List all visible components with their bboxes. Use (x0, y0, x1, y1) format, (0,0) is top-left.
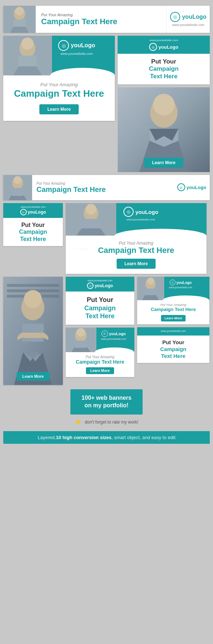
footer-text-part1: Layered, (38, 435, 56, 440)
photo-learn-more-btn[interactable]: Learn More (144, 158, 183, 168)
rect-logo-circle: ◎ (58, 40, 69, 51)
tall-photo-learn-btn[interactable]: Learn More (17, 372, 49, 381)
leaderboard-headline-main: Campaign Text Here (41, 17, 161, 26)
rect-learn-more-btn[interactable]: Learn More (39, 104, 79, 114)
rect2-small: Put Your Amazing (71, 241, 201, 246)
svg-rect-22 (7, 284, 59, 287)
sr-logo: ◎ youLogo www.yourwebsite.com (101, 330, 126, 340)
sr-curve (95, 347, 134, 352)
banner-rect-photo (3, 36, 52, 75)
logo-website: www.yourwebsite.com (172, 23, 204, 27)
sq-logo-url: www.yourwebsite.com (169, 286, 192, 289)
rect2-curve (114, 229, 207, 236)
rect2-photo (66, 203, 116, 236)
logo-name: youLogo (182, 14, 207, 20)
rect-headline-small: Put Your Amazing (9, 82, 109, 87)
banner-rectangle-large: ◎ youLogo www.yourwebsite.com Put Your A… (3, 36, 115, 121)
svg-point-6 (21, 38, 34, 50)
sq-logo: ◎ youLogo www.yourwebsite.com (169, 280, 192, 289)
footer-text-part2: , smart object, and easy to edit (112, 435, 175, 440)
sv2-logo-name: youLogo (28, 210, 46, 215)
lead2-small: Put Your Amazing (36, 181, 169, 185)
small-vert-text: Put Your Campaign Text Here (118, 54, 210, 84)
banner-small-vert-3: www.yourwebsite.com ◎ youLogo Put Your C… (66, 277, 134, 325)
banner-large-photo: Learn More envato (118, 87, 210, 172)
banner-rect-top: ◎ youLogo www.yourwebsite.com (3, 36, 115, 75)
banner-lead2-text: Put Your Amazing Campaign Text Here (32, 175, 174, 200)
rect2-main: Campaign Text Here (71, 246, 201, 255)
sq-bottom: Put Your Amazing Campaign Text Here Lear… (137, 300, 209, 324)
page-container: Put Your Amazing Campaign Text Here ◎ yo… (0, 0, 213, 447)
star-icon: ★ (75, 417, 82, 427)
banner-leaderboard-text: Put Your Amazing Campaign Text Here (36, 6, 166, 33)
sv2-header: www.yourwebsite.com ◎ youLogo (3, 203, 63, 218)
footer-text-bold: 10 high conversion sizes (56, 435, 112, 440)
rect2-logo-name: youLogo (135, 209, 158, 215)
banner-rectangle-2: ◎ youLogo www.yourwebsite.com Put Your A… (66, 203, 207, 274)
svg-point-18 (86, 204, 96, 215)
tiny-sq-text: Put Your Campaign Text Here (137, 336, 209, 363)
middle-col: www.yourwebsite.com ◎ youLogo Put Your C… (66, 277, 134, 377)
sv2-url: www.yourwebsite.com (21, 206, 45, 208)
rect2-learn-btn[interactable]: Learn More (117, 259, 156, 269)
person-photo-tall: Learn More envato (3, 277, 63, 385)
rating-row: ★ don't forget to rate my work! (3, 417, 210, 427)
sv2-headline: Put Your Campaign Text Here (7, 222, 59, 242)
svg-rect-19 (82, 219, 100, 228)
sr-logo-circle: ◎ (101, 330, 108, 337)
banner-small-rect: ◎ youLogo www.yourwebsite.com Put Your A… (66, 328, 134, 377)
sr-bottom: Put Your Amazing Campaign Text Here Lear… (66, 352, 134, 377)
sv3-headline: Put Your Campaign Text Here (70, 296, 130, 320)
svg-rect-31 (75, 341, 87, 348)
svg-point-26 (24, 290, 42, 308)
sr-learn-btn[interactable]: Learn More (86, 367, 114, 374)
right-column: www.yourwebsite.com ◎ youLogo Put Your C… (118, 36, 210, 172)
banner-leaderboard: Put Your Amazing Campaign Text Here ◎ yo… (3, 6, 210, 33)
banner-small-sq: ◎ youLogo www.yourwebsite.com Put Your A… (137, 277, 209, 324)
small-vert-logo-name: youLogo (158, 44, 178, 50)
rating-text: don't forget to rate my work! (85, 420, 138, 425)
lead2-main: Campaign Text Here (36, 185, 169, 194)
sr-logo-name: youLogo (109, 332, 126, 336)
svg-rect-3 (13, 19, 26, 27)
sq-learn-btn[interactable]: Learn More (161, 315, 186, 321)
lead2-logo-name: youLogo (187, 185, 207, 190)
sq-top: ◎ youLogo www.yourwebsite.com (137, 277, 209, 300)
sv3-header: www.yourwebsite.com ◎ youLogo (66, 277, 134, 292)
sr-logo-url: www.yourwebsite.com (101, 338, 126, 340)
small-vert-top-header: www.yourwebsite.com ◎ youLogo (118, 36, 210, 54)
banner-small-vert-2: www.yourwebsite.com ◎ youLogo Put Your C… (3, 203, 63, 246)
curve-divider (50, 68, 115, 76)
sq-small: Put Your Amazing (140, 303, 207, 307)
row-1: ◎ youLogo www.yourwebsite.com Put Your A… (3, 36, 210, 172)
rect-logo-name: youLogo (71, 42, 95, 49)
rect2-logo-url: www.yourwebsite.com (127, 218, 155, 221)
sr-main: Campaign Text Here (69, 359, 131, 365)
banner-tiny-sq: www.yourwebsite.com Put Your Campaign Te… (137, 327, 209, 363)
sv3-text: Put Your Campaign Text Here (66, 292, 134, 325)
svg-point-30 (77, 328, 85, 337)
sq-main: Campaign Text Here (140, 307, 207, 312)
rect2-top: ◎ youLogo www.yourwebsite.com (66, 203, 207, 236)
rect-logo-url: www.yourwebsite.com (61, 52, 93, 56)
svg-point-10 (153, 94, 175, 115)
sq-logo-circle: ◎ (170, 280, 175, 285)
rect2-logo-circle: ◎ (123, 207, 134, 217)
sv3-logo-name: youLogo (95, 283, 113, 288)
tiny-sq-url: www.yourwebsite.com (161, 330, 186, 332)
small-vert-logo-circle: ◎ (149, 43, 157, 51)
right-col-2: ◎ youLogo www.yourwebsite.com Put Your A… (137, 277, 209, 363)
tiny-sq-headline: Put Your Campaign Text Here (141, 339, 206, 359)
sv3-url: www.yourwebsite.com (87, 279, 112, 282)
sv2-logo-circle: ◎ (20, 209, 27, 215)
small-vert-headline: Put Your Campaign Text Here (122, 58, 205, 80)
banner-lead2-photo (3, 175, 32, 200)
logo-circle-icon: ◎ (170, 12, 180, 22)
logo-icon-symbol: ◎ (173, 14, 177, 19)
sr-top: ◎ youLogo www.yourwebsite.com (66, 328, 134, 352)
sr-small: Put Your Amazing (69, 355, 131, 359)
svg-rect-35 (145, 289, 156, 295)
row-3: Learn More envato www.yourwebsite.com ◎ … (3, 277, 210, 385)
rect2-bottom: Put Your Amazing Campaign Text Here Lear… (66, 236, 207, 274)
svg-point-34 (147, 277, 154, 285)
